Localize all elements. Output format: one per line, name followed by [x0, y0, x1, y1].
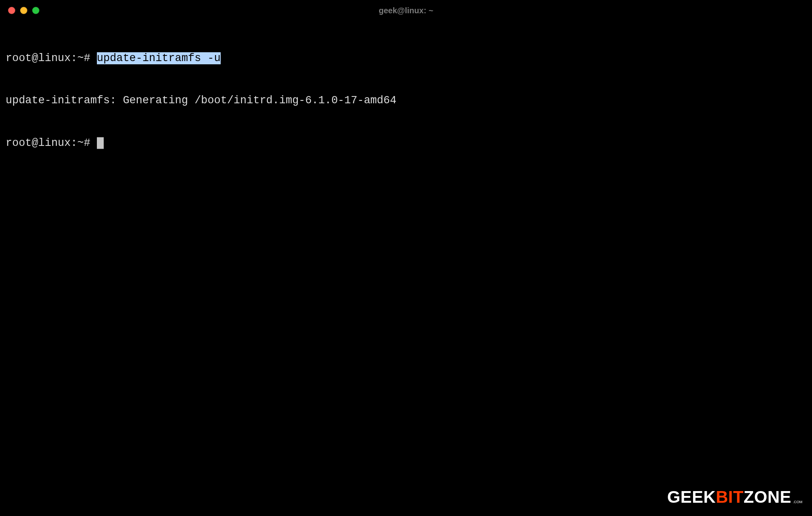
watermark-com: .COM [793, 500, 803, 504]
prompt: root@linux:~# [6, 52, 97, 64]
terminal-line: root@linux:~# [6, 136, 806, 150]
watermark-bit: BIT [716, 489, 744, 506]
titlebar: geek@linux: ~ [0, 0, 812, 21]
window-controls [8, 7, 39, 14]
watermark: GEEK BIT ZONE .COM [667, 489, 802, 506]
terminal-line: root@linux:~# update-initramfs -u [6, 51, 806, 66]
terminal-window: geek@linux: ~ root@linux:~# update-initr… [0, 0, 812, 516]
close-icon[interactable] [8, 7, 15, 14]
window-title: geek@linux: ~ [0, 5, 812, 16]
command-selected: update-initramfs -u [97, 52, 221, 64]
minimize-icon[interactable] [20, 7, 27, 14]
cursor-icon [97, 137, 104, 149]
terminal-line: update-initramfs: Generating /boot/initr… [6, 94, 806, 108]
output-text: update-initramfs: Generating /boot/initr… [6, 94, 396, 106]
watermark-zone: ZONE [744, 489, 791, 506]
watermark-geek: GEEK [667, 489, 716, 506]
terminal-output[interactable]: root@linux:~# update-initramfs -u update… [0, 21, 812, 178]
prompt: root@linux:~# [6, 137, 97, 149]
zoom-icon[interactable] [32, 7, 39, 14]
